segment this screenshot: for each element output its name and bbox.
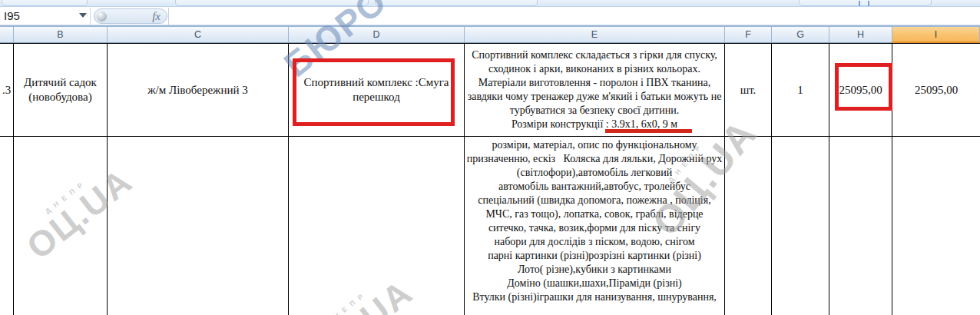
annotation-underline-dimensions xyxy=(605,129,692,133)
ribbon-group-outline xyxy=(375,0,538,6)
ribbon-group-outline xyxy=(175,0,369,6)
cell-a-row1[interactable]: .3 xyxy=(0,43,14,137)
cell-f-row2[interactable] xyxy=(725,137,772,315)
cell-e-row1[interactable]: Спортивний комплекс складається з гірки … xyxy=(465,43,725,137)
column-header-f[interactable]: F xyxy=(725,27,772,43)
column-header-d[interactable]: D xyxy=(289,27,465,43)
ribbon-group-outline xyxy=(2,0,88,6)
cell-f-row1[interactable]: шт. xyxy=(725,43,772,137)
cell-i-row1[interactable]: 25095,00 xyxy=(892,43,980,137)
cell-b-row1[interactable]: Дитячий садок (новобудова) xyxy=(14,43,108,137)
annotation-box-price xyxy=(835,63,892,111)
name-box-value: I95 xyxy=(4,9,20,22)
column-header-h[interactable]: H xyxy=(829,27,892,43)
cell-i-row2[interactable] xyxy=(892,137,980,315)
formula-bar-row: I95 fx xyxy=(0,8,980,25)
cell-a-row2[interactable] xyxy=(0,137,14,315)
cell-c-row2[interactable] xyxy=(108,137,289,315)
cell-e-row2[interactable]: розміри, матеріал, опис по функціонально… xyxy=(465,137,725,315)
cell-b-row2[interactable] xyxy=(14,137,108,315)
insert-function-control[interactable]: fx xyxy=(94,8,167,24)
ribbon-group-outline xyxy=(799,0,932,6)
collapse-dot-icon xyxy=(97,12,107,22)
name-box-dropdown-icon[interactable] xyxy=(79,13,87,18)
formula-input[interactable] xyxy=(169,8,980,25)
column-header-b[interactable]: B xyxy=(14,27,108,43)
column-header-i-selected[interactable]: I xyxy=(892,27,980,43)
cell-g-row2[interactable] xyxy=(772,137,829,315)
cell-d-row2[interactable] xyxy=(289,137,465,315)
cell-c-row1[interactable]: ж/м Лівобережний 3 xyxy=(108,43,289,137)
column-header-e[interactable]: E xyxy=(465,27,725,43)
annotation-box-sport-complex xyxy=(293,58,455,126)
fx-icon[interactable]: fx xyxy=(152,10,161,23)
cell-g-row1[interactable]: 1 xyxy=(772,43,829,137)
column-header-g[interactable]: G xyxy=(772,27,829,43)
ribbon-tick xyxy=(868,1,869,6)
cell-h-row2[interactable] xyxy=(829,137,892,315)
name-box[interactable]: I95 xyxy=(0,8,91,25)
column-header-c[interactable]: C xyxy=(108,27,289,43)
column-header-a-sliver[interactable] xyxy=(0,27,14,43)
ribbon-strip xyxy=(0,0,980,7)
spreadsheet-app: I95 fx B C D E F G H I .3 Дитячий садок … xyxy=(0,0,980,315)
ribbon-tick xyxy=(859,1,860,6)
